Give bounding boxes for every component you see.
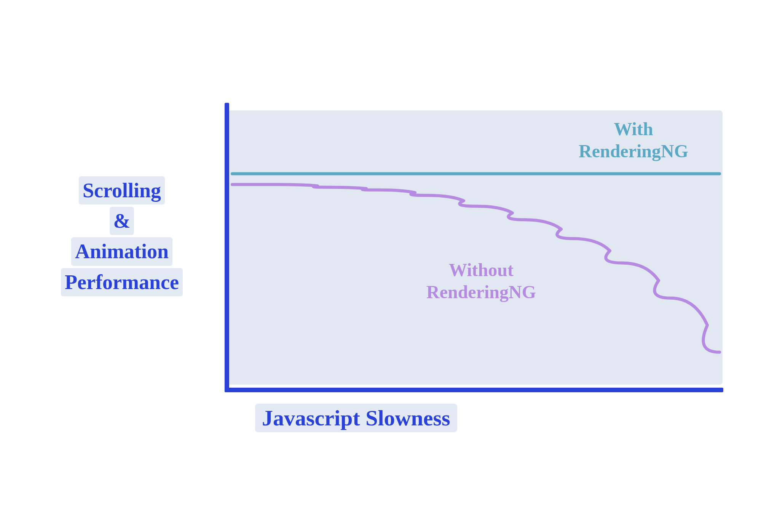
y-axis-label-line-2: & (110, 207, 134, 235)
performance-chart: Scrolling & Animation Performance With R… (30, 110, 735, 453)
y-axis-label-line-4: Performance (61, 268, 183, 296)
y-axis-label-line-3: Animation (71, 237, 172, 265)
x-axis-label: Javascript Slowness (255, 404, 457, 432)
series-label-without-line-2: RenderingNG (426, 282, 536, 302)
series-label-with-line-2: RenderingNG (579, 141, 688, 161)
y-axis-label-line-1: Scrolling (79, 176, 165, 204)
plot-area: With RenderingNG Without RenderingNG (221, 110, 723, 392)
y-axis-label: Scrolling & Animation Performance (30, 175, 213, 297)
series-label-without-line-1: Without (449, 260, 514, 280)
series-label-without-renderingng: Without RenderingNG (426, 259, 536, 303)
series-label-with-line-1: With (614, 119, 653, 139)
series-label-with-renderingng: With RenderingNG (579, 118, 688, 162)
